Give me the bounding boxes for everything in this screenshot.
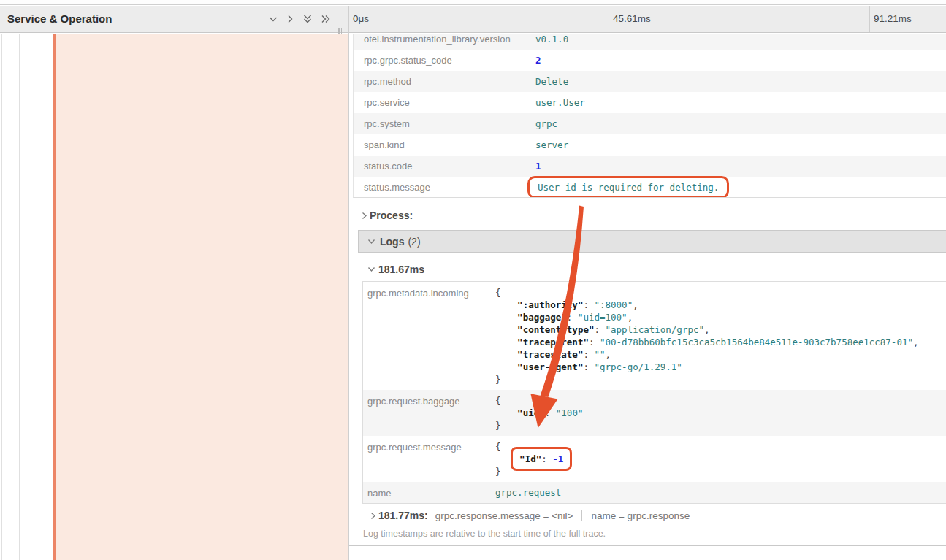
tag-key: span.kind (354, 139, 535, 150)
tag-row: status.code1 (354, 156, 946, 177)
chevron-right-icon (358, 212, 370, 220)
log-field-row: namegrpc.request (363, 482, 946, 503)
chevron-right-icon (367, 512, 378, 520)
tag-key: status.code (354, 161, 535, 172)
log-field-row: grpc.metadata.incoming{ ":authority": ":… (363, 282, 946, 390)
logs-accordion-header[interactable]: Logs (2) (358, 230, 946, 253)
top-scroll-strip (0, 0, 946, 5)
log-entry-header-collapsed[interactable]: 181.77ms: grpc.response.message = <nil> … (358, 505, 690, 526)
tag-row: status.messageUser id is required for de… (354, 177, 946, 198)
log-field-row: grpc.request.baggage{ "uid": "100"} (363, 390, 946, 436)
tag-value: User id is required for deleting. (535, 182, 946, 193)
expand-all-icon[interactable] (320, 13, 332, 25)
tag-value: Delete (535, 76, 946, 87)
indent-guide (1, 34, 2, 560)
expand-one-icon[interactable] (286, 13, 295, 25)
log-fields-table: grpc.metadata.incoming{ ":authority": ":… (362, 281, 946, 504)
log-field-key: grpc.request.baggage (363, 394, 495, 407)
tag-key: otel.instrumentation_library.version (354, 34, 535, 45)
log-field-row: grpc.request.message{ "Id": -1} (363, 436, 946, 482)
logs-label: Logs (380, 236, 404, 248)
ruler-tick-1: 45.61ms (613, 13, 651, 24)
logs-footnote: Log timestamps are relative to the start… (363, 529, 606, 539)
log-field-value: { "Id": -1} (495, 440, 946, 477)
process-accordion[interactable]: Process: (358, 204, 413, 226)
process-label: Process: (370, 210, 413, 221)
tag-key: status.message (354, 182, 535, 193)
tag-key: rpc.service (354, 97, 535, 108)
tag-value: 1 (535, 161, 946, 172)
annotation-highlight-box: "Id": -1 (511, 447, 572, 471)
log-field-key: grpc.metadata.incoming (363, 286, 495, 299)
log-timestamp: 181.67ms (378, 264, 424, 275)
span-tree-panel (0, 34, 348, 560)
tag-row: rpc.serviceuser.User (354, 92, 946, 113)
tag-value: user.User (535, 97, 946, 108)
ruler-tick-2: 91.21ms (874, 13, 912, 24)
column-resize-handle[interactable] (338, 24, 343, 31)
tag-value: grpc (535, 118, 946, 129)
field-divider (581, 510, 582, 521)
tag-value: v0.1.0 (535, 34, 946, 45)
service-operation-title: Service & Operation (7, 12, 112, 25)
logs-count: (2) (408, 236, 420, 248)
tag-row: rpc.systemgrpc (354, 113, 946, 134)
tag-key: rpc.method (354, 76, 535, 87)
tag-row: rpc.grpc.status_code2 (354, 50, 946, 71)
service-operation-header: Service & Operation (0, 6, 348, 32)
annotation-highlight-box: User id is required for deleting. (527, 176, 729, 198)
timeline-header: Service & Operation 0μs 45.61ms 91.21ms (0, 6, 946, 33)
timeline-ruler: 0μs 45.61ms 91.21ms (348, 6, 946, 32)
tag-key: rpc.system (354, 118, 535, 129)
log-field-value: { ":authority": ":8000", "baggage": "uid… (495, 286, 946, 386)
tag-row: otel.instrumentation_library.versionv0.1… (354, 34, 946, 50)
log-field-key: grpc.request.message (363, 440, 495, 453)
panel-splitter[interactable] (348, 6, 349, 560)
indent-guide (37, 34, 37, 560)
span-detail-panel: otel.instrumentation_library.versionv0.1… (349, 34, 946, 560)
log-field-value: grpc.request (495, 486, 946, 499)
tags-table-body: otel.instrumentation_library.versionv0.1… (354, 34, 946, 198)
tag-row: rpc.methodDelete (354, 71, 946, 92)
chevron-down-icon (365, 237, 377, 245)
detail-bottom-divider (349, 545, 946, 546)
ruler-tick-0: 0μs (353, 13, 369, 24)
log-summary-field: name = grpc.response (591, 510, 690, 521)
ruler-tick-line (869, 6, 870, 32)
selected-span-row-highlight[interactable] (56, 34, 348, 560)
tag-value: server (535, 139, 946, 150)
indent-guide (19, 34, 20, 560)
log-summary-field: grpc.response.message = <nil> (435, 510, 573, 521)
log-timestamp: 181.77ms: (378, 510, 428, 521)
collapse-one-icon[interactable] (267, 13, 279, 25)
tag-row: span.kindserver (354, 134, 946, 156)
tag-key: rpc.grpc.status_code (354, 55, 535, 66)
tags-table: otel.instrumentation_library.versionv0.1… (353, 34, 946, 198)
tag-value: 2 (535, 55, 946, 66)
chevron-down-icon (365, 265, 377, 273)
log-field-value: { "uid": "100"} (495, 394, 946, 431)
log-entry-header-expanded[interactable]: 181.67ms (358, 257, 424, 281)
collapse-all-icon[interactable] (302, 13, 313, 25)
log-field-key: name (363, 486, 495, 499)
ruler-tick-line (609, 6, 609, 32)
